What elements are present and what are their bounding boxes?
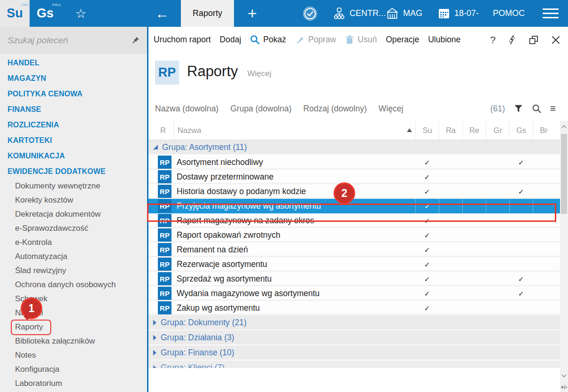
page-more-link[interactable]: Więcej bbox=[248, 69, 272, 78]
group-row-asortyment[interactable]: Grupa: Asortyment (11) bbox=[148, 140, 560, 155]
app-window: SuPRO GsPRO ☆ ← Raporty + bbox=[0, 0, 568, 392]
back-arrow-icon[interactable]: ← bbox=[155, 0, 169, 27]
pin-icon[interactable] bbox=[132, 36, 140, 44]
search-input[interactable] bbox=[0, 35, 122, 46]
sidebar-item-dokumenty-wewnetrzne[interactable]: Dokumenty wewnętrzne bbox=[0, 179, 147, 193]
group-collapsed-icon bbox=[153, 350, 157, 356]
table-row[interactable]: RP Rezerwacje asortymentu ✓ bbox=[148, 257, 560, 272]
sidebar-item-magazyn[interactable]: MAGAZYN bbox=[0, 71, 147, 86]
table-row-selected[interactable]: RP Przyjęcia magazynowe wg asortymentu ✓ bbox=[148, 199, 560, 213]
main-menu-button[interactable] bbox=[543, 0, 559, 27]
edit-button[interactable]: Popraw bbox=[295, 35, 336, 45]
subiekt-pro-label: PRO bbox=[22, 3, 31, 7]
close-icon[interactable] bbox=[551, 35, 560, 45]
branch-selector[interactable]: CENTR... bbox=[333, 0, 386, 27]
sidebar-item-dekretacja-dokumentow[interactable]: Dekretacja dokumentów bbox=[0, 207, 147, 221]
sidebar-item-laboratorium[interactable]: Laboratorium bbox=[0, 376, 147, 391]
operations-button[interactable]: Operacje bbox=[386, 35, 419, 45]
rp-badge: RP bbox=[158, 228, 171, 242]
warehouse-label: MAG bbox=[403, 8, 422, 18]
rp-badge: RP bbox=[158, 243, 171, 256]
delete-button[interactable]: Usuń bbox=[345, 35, 377, 45]
group-row-klienci-partial[interactable]: Grupa: Klienci (7) bbox=[148, 361, 560, 368]
column-su[interactable]: Su bbox=[415, 121, 439, 140]
grid-search-icon[interactable] bbox=[532, 104, 541, 113]
filter-group[interactable]: Grupa (dowolna) bbox=[230, 104, 291, 114]
calendar-icon bbox=[437, 7, 451, 20]
favorites-star-icon[interactable]: ☆ bbox=[75, 0, 86, 27]
main-content: Uruchom raport Dodaj Pokaż Popraw Usuń bbox=[148, 27, 568, 392]
sidebar-item-komunikacja[interactable]: KOMUNIKACJA bbox=[0, 148, 147, 164]
run-report-button[interactable]: Uruchom raport bbox=[154, 35, 211, 45]
scroll-down-icon[interactable] bbox=[560, 371, 568, 380]
sidebar-nav: HANDEL MAGAZYN POLITYKA CENOWA FINANSE R… bbox=[0, 54, 147, 391]
sidebar-item-e-sprawozdawczosc[interactable]: e-Sprawozdawczość bbox=[0, 221, 147, 235]
sidebar-item-notes[interactable]: Notes bbox=[0, 348, 147, 362]
group-row-dzialania[interactable]: Grupa: Działania (3) bbox=[148, 330, 560, 345]
table-row[interactable]: RP Sprzedaż wg asortymentu ✓✓ bbox=[148, 272, 560, 286]
group-expanded-icon bbox=[153, 144, 158, 150]
date-selector[interactable]: 18-07- bbox=[437, 0, 479, 27]
favorites-button[interactable]: Ulubione bbox=[428, 35, 460, 45]
sidebar-item-ochrona-danych[interactable]: Ochrona danych osobowych bbox=[0, 278, 147, 292]
group-row-finanse[interactable]: Grupa: Finanse (10) bbox=[148, 345, 560, 361]
help-button[interactable]: ? bbox=[490, 34, 496, 46]
filter-more[interactable]: Więcej bbox=[379, 104, 404, 114]
warehouse-selector[interactable]: MAG bbox=[385, 0, 422, 27]
sidebar-item-korekty-kosztow[interactable]: Korekty kosztów bbox=[0, 193, 147, 207]
sidebar-item-polityka-cenowa[interactable]: POLITYKA CENOWA bbox=[0, 86, 147, 102]
filter-kind[interactable]: Rodzaj (dowolny) bbox=[303, 104, 367, 114]
column-gr[interactable]: Gr bbox=[486, 121, 509, 140]
table-row[interactable]: RP Wydania magazynowe wg asortymentu ✓✓ bbox=[148, 286, 560, 301]
gestor-pro-label: PRO bbox=[52, 3, 61, 7]
column-gs[interactable]: Gs bbox=[509, 121, 533, 140]
sidebar-item-finanse[interactable]: FINANSE bbox=[0, 102, 147, 117]
sidebar-item-kartoteki[interactable]: KARTOTEKI bbox=[0, 133, 147, 148]
sidebar-item-handel[interactable]: HANDEL bbox=[0, 55, 147, 71]
table-row[interactable]: RP Asortyment niechodliwy ✓✓ bbox=[148, 155, 560, 170]
rp-badge: RP bbox=[158, 185, 171, 198]
column-re[interactable]: Re bbox=[462, 121, 486, 140]
gestor-app-button[interactable]: GsPRO bbox=[37, 0, 54, 27]
table-row[interactable]: RP Zakup wg asortymentu ✓ bbox=[148, 301, 560, 315]
table-row[interactable]: RP Raport opakowań zwrotnych ✓ bbox=[148, 228, 560, 243]
table-row[interactable]: RP Raport magazynowy na zadany okres ✓ bbox=[148, 213, 560, 228]
subiekt-app-button[interactable]: SuPRO bbox=[0, 0, 30, 27]
filter-bar: Nazwa (dowolna) Grupa (dowolna) Rodzaj (… bbox=[148, 96, 568, 121]
sidebar-item-rozliczenia[interactable]: ROZLICZENIA bbox=[0, 117, 147, 133]
filter-name[interactable]: Nazwa (dowolna) bbox=[155, 104, 218, 114]
page-title: Raporty bbox=[187, 63, 238, 80]
sidebar-item-konfiguracja[interactable]: Konfiguracja bbox=[0, 362, 147, 376]
sfera-icon[interactable] bbox=[508, 35, 516, 45]
table-row[interactable]: RP Remanent na dzień ✓ bbox=[148, 243, 560, 257]
sidebar-item-slad-rewizyjny[interactable]: Ślad rewizyjny bbox=[0, 264, 147, 278]
vertical-scrollbar[interactable]: +/- bbox=[560, 121, 568, 392]
org-chart-icon bbox=[333, 7, 346, 21]
column-r[interactable]: R bbox=[152, 121, 174, 140]
column-br[interactable]: Br bbox=[533, 121, 554, 140]
column-ra[interactable]: Ra bbox=[439, 121, 462, 140]
filter-funnel-icon[interactable] bbox=[514, 104, 523, 113]
sidebar-item-automatyzacja[interactable]: Automatyzacja bbox=[0, 250, 147, 264]
show-button[interactable]: Pokaż bbox=[250, 35, 286, 45]
sidebar-item-raporty[interactable]: Raporty bbox=[0, 320, 147, 334]
record-count: (61) bbox=[490, 104, 505, 114]
table-row[interactable]: RP Dostawy przeterminowane ✓ bbox=[148, 170, 560, 184]
grid-menu-icon[interactable]: ≡ bbox=[550, 103, 556, 114]
group-row-dokumenty[interactable]: Grupa: Dokumenty (21) bbox=[148, 315, 560, 330]
add-button[interactable]: Dodaj bbox=[220, 35, 241, 45]
status-check-icon[interactable] bbox=[303, 0, 318, 27]
new-tab-button[interactable]: + bbox=[242, 0, 262, 27]
tab-raporty[interactable]: Raporty bbox=[181, 0, 234, 27]
sidebar-item-ewidencje-dodatkowe[interactable]: EWIDENCJE DODATKOWE bbox=[0, 164, 147, 179]
scrollbar-thumb[interactable] bbox=[561, 134, 567, 214]
column-nazwa[interactable]: Nazwa bbox=[174, 121, 415, 140]
detach-window-icon[interactable] bbox=[529, 35, 539, 45]
help-menu[interactable]: POMOC bbox=[493, 0, 525, 27]
sidebar-item-e-kontrola[interactable]: e-Kontrola bbox=[0, 235, 147, 250]
rp-badge: RP bbox=[158, 287, 171, 300]
scroll-up-icon[interactable] bbox=[560, 122, 568, 131]
sidebar-item-biblioteka-zalacznikow[interactable]: Biblioteka załączników bbox=[0, 334, 147, 348]
building-icon bbox=[385, 7, 399, 21]
module-badge: RP bbox=[155, 61, 179, 85]
